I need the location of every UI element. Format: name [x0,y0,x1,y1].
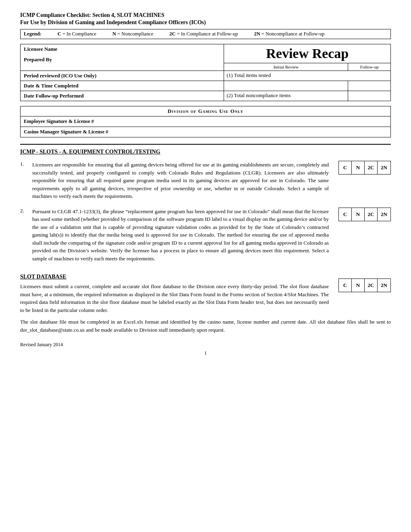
initial-review-data1 [224,81,348,91]
compliance-n-slot: N [352,279,365,292]
follow-up-header: Follow-up [348,63,391,71]
date-time-label: Date & Time Completed [24,83,79,89]
compliance-c-slot: C [339,279,352,292]
legend-item-2n: 2N = Noncompliance at Follow-up [254,31,324,37]
legend-box: Legend: C = In Compliance N = Noncomplia… [20,29,391,39]
total-items-cell: (1) Total items tested [224,71,391,81]
slot-db-content: SLOT DATABASE Licensees must submit a cu… [20,270,329,318]
division-box: Division of Gaming Use Only Employee Sig… [20,106,391,137]
employee-sig-row: Employee Signature & License # [21,116,390,127]
compliance-n-2: N [352,208,365,221]
licensee-name-label: Licensee Name [24,46,57,52]
compliance-n-1: N [352,161,365,174]
legend-item-2c: 2C = In Compliance at Follow-up [170,31,238,37]
initial-review-header: Initial Review [224,63,348,71]
doc-title-line1: ICMP Compliance Checklist: Section 4, SL… [20,12,391,19]
footer-page: 1 [20,350,391,356]
item-number-1: 1. [20,161,28,167]
followup-data1 [348,81,391,91]
item-text-2: Pursuant to CLGR 47.1-1233(3), the phras… [32,208,329,263]
date-followup-label: Date Follow-up Performed [24,93,84,99]
item-text-1: Licensees are responsible for ensuring t… [32,161,329,200]
compliance-c-2: C [339,208,352,221]
section-a-title: ICMP - SLOTS - A. EQUIPMENT CONTROL/TEST… [20,149,391,155]
slot-db-title: SLOT DATABASE [20,274,329,280]
compliance-box-slot: C N 2C 2N [338,278,391,292]
legend-label: Legend: [24,31,42,37]
doc-subtitle-line2: For Use by Division of Gaming and Indepe… [20,19,391,26]
slot-db-text1: Licensees must submit a current, complet… [20,283,329,314]
section-divider [20,144,391,145]
legend-item-n: N = Noncompliance [112,31,153,37]
compliance-2c-2: 2C [365,208,378,221]
item-row-1: 1. Licensees are responsible for ensurin… [20,161,391,200]
item-row-2: 2. Pursuant to CLGR 47.1-1233(3), the ph… [20,208,391,263]
casino-sig-row: Casino Manager Signature & License # [21,127,390,137]
compliance-box-1: C N 2C 2N [338,161,391,175]
compliance-c-1: C [339,161,352,174]
compliance-2n-slot: 2N [378,279,390,292]
prepared-by-label: Prepared By [24,56,52,62]
item-number-2: 2. [20,208,28,214]
legend-item-c: C = In Compliance [58,31,96,37]
compliance-2c-slot: 2C [365,279,378,292]
review-recap-title: Review Recap [266,46,349,61]
period-reviewed-label: Period reviewed (ICO Use Only) [24,73,96,79]
initial-review-data2: (2) Total noncompliance items [224,91,348,101]
footer-revised: Revised January 2014 [20,342,391,348]
compliance-2c-1: 2C [365,161,378,174]
total-noncompliance-label: (2) Total noncompliance items [226,92,291,98]
division-header: Division of Gaming Use Only [21,106,390,116]
compliance-2n-1: 2N [378,161,390,174]
header-form-table: Licensee Name Prepared By Review Recap I… [20,44,391,101]
slot-db-text2: The slot database file must be completed… [20,318,391,334]
compliance-2n-2: 2N [378,208,390,221]
followup-data2 [348,91,391,101]
slot-db-section: SLOT DATABASE Licensees must submit a cu… [20,270,391,318]
compliance-box-2: C N 2C 2N [338,208,391,221]
